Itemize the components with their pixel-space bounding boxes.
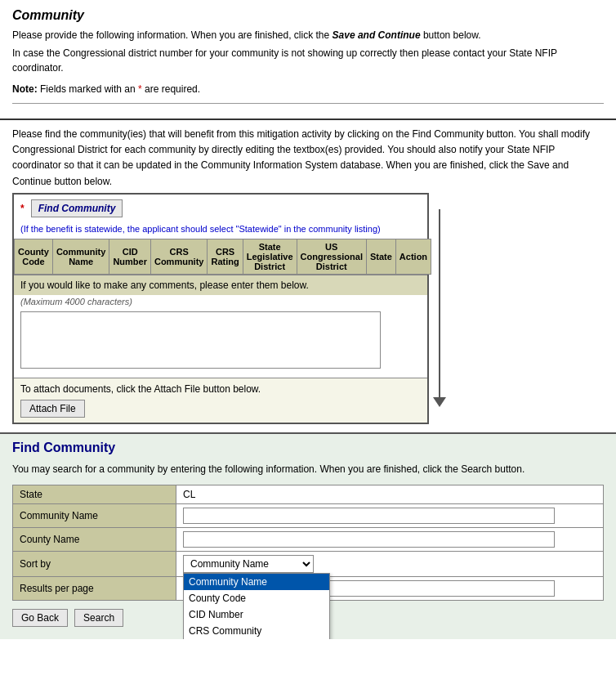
- dropdown-item-cid-number[interactable]: CID Number: [184, 606, 329, 623]
- sort-by-cell: Community Name County Code CID Number CR…: [176, 551, 604, 576]
- intro-text-2: button below.: [421, 29, 481, 41]
- col-us-congressional: US Congressional District: [297, 239, 366, 274]
- save-continue-ref-1: Save and Continue: [333, 29, 421, 41]
- note-line: Note: Fields marked with an * are requir…: [12, 82, 604, 96]
- attach-italic: Attach File: [154, 383, 200, 395]
- community-name-input[interactable]: [183, 508, 555, 524]
- comments-max: (Maximum 4000 characters): [14, 295, 427, 308]
- community-table: County Code Community Name CID Number CR…: [14, 239, 431, 275]
- community-name-row: Community Name: [13, 503, 604, 527]
- intro-paragraph-1: Please provide the following information…: [12, 28, 604, 42]
- middle-paragraph: Please find the community(ies) that will…: [12, 127, 604, 190]
- sort-by-dropdown-container: Community Name County Code CID Number CR…: [183, 555, 314, 573]
- comments-textarea-wrap: [14, 308, 427, 378]
- bottom-section: Find Community You may search for a comm…: [0, 432, 616, 639]
- arrow-down: [433, 193, 446, 407]
- sort-by-label: Sort by: [13, 551, 176, 576]
- find-community-row: * Find Community: [14, 195, 427, 222]
- results-per-page-label: Results per page: [13, 576, 176, 600]
- county-name-input[interactable]: [183, 531, 555, 548]
- divider: [12, 103, 604, 104]
- search-desc-2: button.: [492, 463, 524, 475]
- col-action: Action: [395, 239, 431, 274]
- find-community-button[interactable]: Find Community: [31, 199, 123, 217]
- statewide-notice: (If the benefit is statewide, the applic…: [14, 222, 427, 239]
- comments-textarea[interactable]: [20, 311, 381, 369]
- attach-notice-1: To attach documents, click the: [20, 383, 154, 395]
- col-state-legislative: State Legislative District: [243, 239, 297, 274]
- col-community-name: Community Name: [52, 239, 109, 274]
- attach-file-notice: To attach documents, click the Attach Fi…: [20, 383, 421, 395]
- sort-by-row: Sort by Community Name County Code CID N…: [13, 551, 604, 576]
- search-desc-1: You may search for a community by enteri…: [12, 463, 461, 475]
- intro-text-1: Please provide the following information…: [12, 29, 333, 41]
- state-label: State: [13, 485, 176, 503]
- go-back-button[interactable]: Go Back: [12, 609, 68, 627]
- search-button[interactable]: Search: [74, 609, 123, 627]
- col-crs-rating: CRS Rating: [208, 239, 243, 274]
- state-value: CL: [183, 489, 195, 500]
- community-name-cell: [176, 503, 604, 527]
- county-name-cell: [176, 527, 604, 551]
- search-form-table: State CL Community Name County Name Sort…: [12, 485, 604, 601]
- middle-desc-1: Please find the community(ies) that will…: [12, 128, 590, 171]
- state-row: State CL: [13, 485, 604, 503]
- community-box-area: * Find Community (If the benefit is stat…: [0, 193, 616, 432]
- community-name-label: Community Name: [13, 503, 176, 527]
- middle-desc-2: button below.: [51, 176, 112, 187]
- col-crs-community: CRS Community: [150, 239, 208, 274]
- col-cid-number: CID Number: [109, 239, 151, 274]
- search-italic: Search: [461, 463, 492, 475]
- state-value-cell: CL: [176, 485, 604, 503]
- top-section: Community Please provide the following i…: [0, 0, 616, 120]
- note-label: Note:: [12, 83, 38, 95]
- page-title: Community: [12, 8, 604, 23]
- intro-paragraph-2: In case the Congressional district numbe…: [12, 46, 604, 75]
- community-table-box: * Find Community (If the benefit is stat…: [12, 193, 429, 424]
- county-name-label: County Name: [13, 527, 176, 551]
- attach-notice-2: button below.: [200, 383, 261, 395]
- sort-by-select[interactable]: Community Name County Code CID Number CR…: [183, 555, 314, 573]
- attach-file-button[interactable]: Attach File: [20, 400, 85, 418]
- note-text-1: Fields marked with an: [38, 83, 138, 95]
- dropdown-item-county-code[interactable]: County Code: [184, 590, 329, 606]
- dropdown-item-community-name[interactable]: Community Name: [184, 574, 329, 590]
- required-star-community: *: [20, 203, 25, 214]
- arrow-line: [439, 209, 440, 397]
- county-name-row: County Name: [13, 527, 604, 551]
- middle-description: Please find the community(ies) that will…: [0, 120, 616, 193]
- col-state: State: [366, 239, 395, 274]
- note-text-2: are required.: [142, 83, 200, 95]
- col-county-code: County Code: [15, 239, 53, 274]
- search-description: You may search for a community by enteri…: [12, 462, 604, 476]
- attach-file-section: To attach documents, click the Attach Fi…: [14, 378, 427, 423]
- find-community-title: Find Community: [12, 441, 604, 455]
- sort-by-dropdown-open: Community Name County Code CID Number CR…: [183, 573, 330, 639]
- arrow-container: [429, 193, 446, 407]
- comments-header: If you would like to make any comments, …: [14, 275, 427, 295]
- dropdown-item-crs-community[interactable]: CRS Community: [184, 623, 329, 639]
- arrow-head: [433, 397, 446, 407]
